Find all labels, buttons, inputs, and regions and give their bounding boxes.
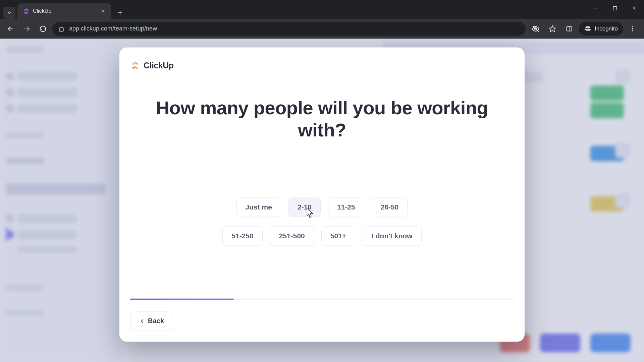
eye-off-icon	[532, 25, 540, 33]
clickup-favicon-icon	[23, 8, 30, 14]
nav-reload-button[interactable]	[36, 22, 50, 36]
browser-tab[interactable]: ClickUp	[17, 3, 111, 19]
site-info-icon[interactable]	[58, 26, 64, 32]
app-viewport: ClickUp How many people will you be work…	[0, 39, 644, 362]
window-maximize-button[interactable]	[605, 0, 625, 16]
close-icon	[632, 6, 637, 10]
plus-icon	[117, 10, 123, 16]
tab-strip: ClickUp	[0, 0, 644, 19]
tab-title: ClickUp	[33, 8, 97, 14]
close-icon	[101, 9, 105, 13]
options-row-1: Just me 2-10 11-25 26-50	[236, 197, 408, 217]
svg-point-19	[632, 26, 633, 27]
bookmark-button[interactable]	[545, 21, 560, 36]
arrow-right-icon	[23, 25, 31, 33]
svg-point-20	[632, 28, 633, 29]
reload-icon	[39, 25, 47, 33]
incognito-indicator[interactable]: Incognito	[579, 22, 623, 36]
arrow-left-icon	[7, 25, 14, 33]
url-bar[interactable]: app.clickup.com/team-setup/new	[52, 22, 526, 36]
window-controls	[586, 0, 644, 16]
chevron-down-icon	[7, 10, 12, 15]
side-panel-button[interactable]	[562, 21, 577, 36]
window-close-button[interactable]	[625, 0, 644, 16]
nav-back-button[interactable]	[4, 22, 17, 36]
new-tab-button[interactable]	[114, 7, 126, 19]
option-i-dont-know[interactable]: I don't know	[363, 226, 422, 246]
incognito-label: Incognito	[595, 25, 618, 32]
option-501-plus[interactable]: 501+	[321, 226, 355, 246]
browser-chrome: ClickUp app.clickup.	[0, 0, 644, 39]
back-label: Back	[148, 317, 164, 325]
nav-forward-button[interactable]	[20, 22, 34, 36]
onboarding-progress	[130, 298, 514, 300]
option-26-50[interactable]: 26-50	[372, 197, 408, 217]
kebab-icon	[629, 25, 636, 32]
star-icon	[549, 25, 556, 33]
url-text: app.clickup.com/team-setup/new	[69, 25, 157, 32]
onboarding-modal: ClickUp How many people will you be work…	[119, 47, 525, 342]
browser-menu-button[interactable]	[625, 21, 640, 36]
options-row-2: 51-250 251-500 501+ I don't know	[222, 226, 421, 246]
tab-search-button[interactable]	[3, 7, 15, 19]
tab-close-button[interactable]	[100, 8, 106, 14]
brand-name: ClickUp	[144, 61, 174, 70]
option-just-me[interactable]: Just me	[236, 197, 281, 217]
chevron-left-icon	[139, 318, 145, 324]
team-size-options: Just me 2-10 11-25 26-50 51-250 251-500 …	[130, 197, 514, 246]
svg-point-21	[632, 30, 633, 31]
onboarding-question: How many people will you be working with…	[130, 97, 514, 141]
svg-rect-17	[567, 26, 572, 31]
svg-marker-16	[549, 25, 555, 31]
clickup-logomark-icon	[130, 61, 140, 71]
option-251-500[interactable]: 251-500	[270, 226, 314, 246]
maximize-icon	[613, 6, 617, 10]
minimize-icon	[593, 6, 598, 10]
option-2-10[interactable]: 2-10	[288, 197, 321, 217]
window-minimize-button[interactable]	[586, 0, 605, 16]
back-button[interactable]: Back	[130, 311, 173, 331]
browser-toolbar: app.clickup.com/team-setup/new Incognito	[0, 19, 644, 38]
progress-fill	[130, 298, 234, 300]
panel-icon	[566, 25, 573, 32]
incognito-icon	[584, 25, 591, 33]
svg-rect-10	[59, 28, 63, 32]
toolbar-right: Incognito	[528, 21, 640, 36]
clickup-logo: ClickUp	[130, 61, 514, 71]
option-11-25[interactable]: 11-25	[328, 197, 364, 217]
third-party-cookies-button[interactable]	[528, 21, 543, 36]
svg-rect-5	[613, 6, 616, 10]
option-51-250[interactable]: 51-250	[222, 226, 262, 246]
